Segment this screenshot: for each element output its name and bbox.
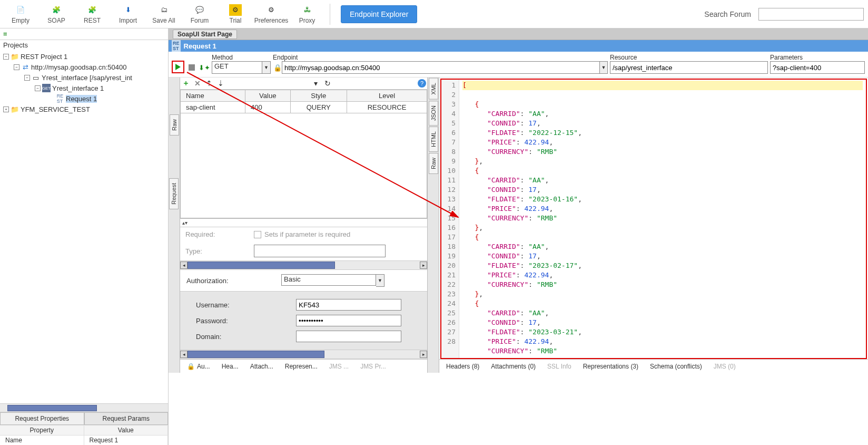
tab-request-properties[interactable]: Request Properties xyxy=(0,412,84,425)
resp-xml-tab[interactable]: XML xyxy=(429,78,438,100)
forum-button[interactable]: 💬Forum xyxy=(183,1,216,27)
tree-endpoint[interactable]: http://mysap.goodsap.cn:50400 xyxy=(31,63,126,71)
twist-icon[interactable] xyxy=(3,107,9,112)
move-down-icon[interactable]: ⇣ xyxy=(216,79,225,88)
reqpane-h-scrollbar[interactable]: ◂▸ xyxy=(180,350,427,359)
dropdown-caret-icon[interactable]: ▼ xyxy=(262,61,271,74)
twist-icon[interactable] xyxy=(35,85,41,91)
remove-param-icon[interactable]: ✕ xyxy=(193,79,202,88)
run-button[interactable] xyxy=(172,61,184,73)
propgrid-header-property: Property xyxy=(0,425,84,435)
rest-button[interactable]: 🧩REST xyxy=(76,1,108,27)
req-tab-jms-pr[interactable]: JMS Pr... xyxy=(356,361,391,372)
main-toolbar: 📄Empty 🧩SOAP 🧩REST ⬇Import 🗂Save All 💬Fo… xyxy=(0,0,868,28)
detail-handle[interactable]: ▴▾ xyxy=(180,219,427,227)
col-name[interactable]: Name xyxy=(181,90,245,102)
add-param-icon[interactable]: ＋ xyxy=(181,79,191,88)
empty-button[interactable]: 📄Empty xyxy=(4,1,37,27)
req-tab-attachments[interactable]: Attach... xyxy=(245,361,278,372)
search-forum-input[interactable] xyxy=(758,8,864,21)
username-input[interactable] xyxy=(296,299,401,311)
req-tab-representations[interactable]: Represen... xyxy=(280,361,322,372)
resp-raw-tab[interactable]: Raw xyxy=(429,153,438,174)
tree-request-1[interactable]: Request 1 xyxy=(66,95,97,103)
twist-icon[interactable] xyxy=(14,64,19,70)
save-all-button[interactable]: 🗂Save All xyxy=(147,1,180,27)
parameters-label: Parameters xyxy=(770,54,865,61)
method-select[interactable]: GET xyxy=(212,61,262,74)
col-style[interactable]: Style xyxy=(290,90,347,102)
endpoint-input[interactable] xyxy=(282,61,600,74)
type-input[interactable] xyxy=(254,245,386,257)
resp-tab-attachments[interactable]: Attachments (0) xyxy=(486,361,540,372)
tab-start-page[interactable]: SoapUI Start Page xyxy=(173,30,237,39)
tree-collapse-icon[interactable]: ≡ xyxy=(3,30,7,38)
required-checkbox[interactable] xyxy=(254,231,261,238)
resp-tab-ssl[interactable]: SSL Info xyxy=(542,361,576,372)
required-label: Required: xyxy=(185,230,254,238)
twist-icon[interactable] xyxy=(3,54,9,60)
trial-button[interactable]: ⚙Trial xyxy=(219,1,252,27)
method-label: Method xyxy=(212,54,271,61)
domain-input[interactable] xyxy=(296,331,401,342)
rest-badge-icon: REST xyxy=(172,40,181,52)
params-table: Name Value Style Level sap-client 400 QU… xyxy=(180,90,427,113)
trial-icon: ⚙ xyxy=(229,4,242,16)
table-row[interactable]: sap-client 400 QUERY RESOURCE xyxy=(181,102,427,113)
resp-tab-representations[interactable]: Representations (3) xyxy=(578,361,643,372)
request-request-tab[interactable]: Request xyxy=(169,178,179,209)
resource-icon: ▭ xyxy=(32,73,40,82)
request-title-bar: REST Request 1 xyxy=(169,40,868,52)
password-input[interactable] xyxy=(296,315,401,326)
password-label: Password: xyxy=(196,317,296,325)
help-icon[interactable]: ? xyxy=(418,79,426,88)
tree-interface-1[interactable]: Yrest_interface 1 xyxy=(52,84,104,92)
tree-toolbar: ≡ xyxy=(0,28,168,40)
soap-button[interactable]: 🧩SOAP xyxy=(40,1,73,27)
stop-button[interactable] xyxy=(186,62,197,73)
file-icon: 📄 xyxy=(14,4,27,16)
preferences-button[interactable]: ⚙Preferences xyxy=(255,1,288,27)
folder-icon: 📁 xyxy=(11,105,19,113)
resp-html-tab[interactable]: HTML xyxy=(429,127,438,152)
resource-input[interactable] xyxy=(610,61,768,74)
add-to-testcase-button[interactable]: ⬇✦ xyxy=(199,62,210,73)
propgrid-value-cell: Request 1 xyxy=(84,436,169,445)
tree-yfm-service[interactable]: YFM_SERVICE_TEST xyxy=(21,105,90,113)
collapse-icon[interactable]: ▾ xyxy=(311,79,321,88)
get-badge-icon: GET xyxy=(42,84,51,92)
endpoint-explorer-button[interactable]: Endpoint Explorer xyxy=(341,5,417,23)
authorization-select[interactable]: Basic xyxy=(281,274,376,286)
req-tab-auth[interactable]: 🔒Au... xyxy=(182,361,215,372)
request-raw-tab[interactable]: Raw xyxy=(170,114,179,136)
detail-h-scrollbar[interactable]: ◂▸ xyxy=(180,260,427,270)
dropdown-caret-icon[interactable]: ▼ xyxy=(376,274,384,287)
col-value[interactable]: Value xyxy=(245,90,290,102)
req-tab-jms[interactable]: JMS ... xyxy=(324,361,353,372)
propgrid-header-value: Value xyxy=(84,425,169,435)
parameters-input[interactable] xyxy=(770,61,865,74)
reload-icon[interactable]: ↻ xyxy=(323,79,332,88)
move-up-icon[interactable]: ⇡ xyxy=(204,79,214,88)
tab-request-params[interactable]: Request Params xyxy=(84,412,169,425)
import-button[interactable]: ⬇Import xyxy=(112,1,144,27)
proxy-button[interactable]: 🖧Proxy xyxy=(291,1,323,27)
request-title: Request 1 xyxy=(184,42,216,50)
resp-json-tab[interactable]: JSON xyxy=(429,101,438,125)
col-level[interactable]: Level xyxy=(347,90,427,102)
tree-interface[interactable]: Yrest_interface [/sap/yrest_int xyxy=(42,74,132,82)
proxy-icon: 🖧 xyxy=(301,4,313,16)
resp-tab-headers[interactable]: Headers (8) xyxy=(441,361,484,372)
response-viewer[interactable]: 1234567891011121314151617181920212223242… xyxy=(440,79,867,359)
req-tab-headers[interactable]: Hea... xyxy=(217,361,243,372)
tree-rest-project[interactable]: REST Project 1 xyxy=(21,53,67,61)
twist-icon[interactable] xyxy=(24,75,30,81)
resp-tab-jms[interactable]: JMS (0) xyxy=(709,361,741,372)
dropdown-caret-icon[interactable]: ▼ xyxy=(600,61,608,74)
propgrid-name-cell: Name xyxy=(0,436,84,445)
lock-icon: 🔒 xyxy=(187,363,195,370)
download-icon: ⬇ xyxy=(122,4,134,16)
tree-h-scrollbar[interactable] xyxy=(0,403,168,412)
resp-tab-schema[interactable]: Schema (conflicts) xyxy=(645,361,707,372)
type-label: Type: xyxy=(185,247,254,255)
